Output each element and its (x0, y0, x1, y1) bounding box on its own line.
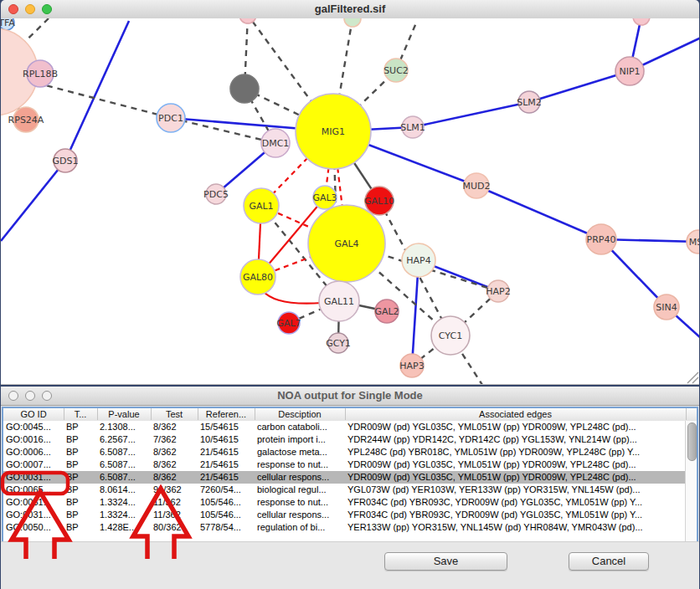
noa-output-window: NOA output for Single Mode GO IDT...P-va… (1, 387, 699, 589)
graph-node-label: MIG1 (322, 126, 345, 137)
graph-edge[interactable] (476, 186, 601, 239)
column-header-associatededges[interactable]: Associated edges (345, 408, 687, 420)
column-header-test[interactable]: Test (151, 408, 198, 420)
results-table: GO IDT...P-valueTestReferen...Desciption… (2, 407, 698, 544)
graph-node-label: GCY1 (326, 338, 351, 349)
table-cell: 21/54615 (198, 471, 255, 484)
table-cell: 11/362 (151, 509, 198, 521)
table-cell: 7/362 (151, 433, 198, 446)
graph-node-label: HAP3 (399, 361, 424, 371)
graph-node-label: GAL2 (374, 306, 399, 317)
graph-node-toppink2[interactable] (633, 18, 650, 25)
table-header-row: GO IDT...P-valueTestReferen...Desciption… (3, 408, 697, 422)
table-cell: 6.2567... (97, 433, 151, 446)
graph-node-label: PDC5 (203, 189, 229, 200)
table-cell: 8/362 (151, 471, 198, 484)
column-header-referen[interactable]: Referen... (198, 408, 255, 420)
table-body: GO:0045...BP2.1308...8/36215/54615carbon… (3, 421, 686, 542)
graph-node-label: CYC1 (439, 330, 462, 341)
table-cell: protein import i... (255, 433, 345, 446)
table-cell: 5778/54... (198, 521, 255, 534)
graph-node-label: NIP1 (619, 66, 640, 77)
network-window: galFiltered.sif TFARPL18BRPS24AGDS1PDC1D… (1, 0, 699, 385)
table-cell: YDR009W (pd) YGL035C, YML051W (pp) YDR00… (345, 471, 686, 484)
table-cell: GO:0007... (3, 458, 64, 471)
graph-node-label: GAL11 (324, 296, 354, 307)
table-cell: GO:0016... (3, 433, 64, 446)
table-row-6[interactable]: GO:0065...BP8.0614...94/3627260/54...bio… (3, 484, 686, 496)
graph-edge[interactable] (65, 21, 129, 161)
graph-node-label: MSL (689, 237, 699, 248)
table-row-9[interactable]: GO:0050...BP1.428E...80/3625778/54...reg… (3, 521, 686, 534)
graph-edge[interactable] (1, 161, 65, 241)
table-cell: BP (64, 521, 97, 534)
vertical-scrollbar[interactable] (685, 421, 697, 542)
cancel-button[interactable]: Cancel (569, 552, 649, 571)
network-graph[interactable]: TFARPL18BRPS24AGDS1PDC1DMC1MIG1SUC2SLM1S… (1, 18, 699, 384)
graph-node-label: SLM1 (400, 122, 425, 133)
table-cell: YGL073W (pd) YER103W, YER133W (pp) YOR31… (345, 484, 686, 496)
graph-node-label: HAP4 (406, 255, 430, 266)
table-cell: BP (64, 484, 97, 496)
table-cell: 8/362 (151, 446, 198, 458)
table-row-4[interactable]: GO:0007...BP6.5087...8/36221/54615respon… (3, 458, 686, 471)
save-button[interactable]: Save (384, 552, 507, 571)
table-row-8[interactable]: GO:0031...BP1.3324...11/362105/546...cel… (3, 509, 686, 521)
table-cell: GO:0045... (3, 421, 64, 433)
graph-node-topgreen[interactable] (344, 18, 361, 27)
table-cell: 6.5087... (97, 446, 151, 458)
graph-node-label: SLM2 (517, 97, 542, 108)
graph-edge[interactable] (413, 102, 529, 127)
table-cell: 8/362 (151, 421, 198, 433)
table-cell: 2.1308... (97, 421, 151, 433)
table-cell: response to nut... (255, 496, 345, 509)
table-cell: carbon cataboli... (255, 421, 345, 433)
graph-node-label: TFA (1, 18, 15, 28)
table-cell: galactose meta... (255, 446, 345, 458)
table-row-1[interactable]: GO:0045...BP2.1308...8/36215/54615carbon… (3, 421, 686, 433)
table-cell: response to nut... (255, 458, 345, 471)
column-header-desciption[interactable]: Desciption (255, 408, 346, 420)
button-bar: Save Cancel (1, 541, 699, 589)
table-cell: YFR034C (pd) YBR093C, YDR009W (pd) YGL03… (345, 509, 686, 521)
table-cell: GO:0031... (3, 471, 64, 484)
network-canvas[interactable]: TFARPL18BRPS24AGDS1PDC1DMC1MIG1SUC2SLM1S… (1, 18, 699, 385)
graph-node-label: GAL80 (243, 272, 273, 283)
table-cell: 8/362 (151, 458, 198, 471)
table-cell: YFR034C (pd) YBR093C, YDR009W (pd) YGL03… (345, 496, 686, 509)
scrollbar-thumb[interactable] (687, 423, 697, 461)
table-cell: cellular respons... (255, 509, 345, 521)
graph-node-label: SUC2 (383, 65, 409, 76)
column-header-t[interactable]: T... (64, 408, 98, 420)
table-cell: 15/54615 (198, 421, 255, 433)
network-window-titlebar[interactable]: galFiltered.sif (1, 0, 699, 19)
table-cell: 1.428E... (97, 521, 151, 534)
table-cell: YDR009W (pd) YGL035C, YML051W (pp) YDR00… (345, 421, 686, 433)
graph-node-label: GAL3 (312, 192, 337, 203)
table-cell: YER133W (pp) YOR315W, YNL145W (pd) YHR08… (345, 521, 686, 534)
table-row-7[interactable]: GO:0031...BP1.3324...11/362105/546...res… (3, 496, 686, 509)
column-header-goid[interactable]: GO ID (3, 408, 64, 420)
table-row-3[interactable]: GO:0006...BP6.5087...8/36221/54615galact… (3, 446, 686, 458)
graph-node-label: GAL10 (364, 196, 394, 207)
table-row-5[interactable]: GO:0031...BP6.5087...8/36221/54615cellul… (3, 471, 686, 484)
graph-node-label: PDC1 (158, 113, 183, 124)
graph-edge[interactable] (529, 71, 630, 102)
table-cell: GO:0031... (3, 509, 64, 521)
graph-node-label: GAL7 (276, 318, 301, 329)
graph-node-label: DMC1 (262, 138, 290, 149)
table-cell: regulation of bi... (255, 521, 345, 534)
column-header-pvalue[interactable]: P-value (97, 408, 152, 420)
table-cell: 1.3324... (97, 496, 151, 509)
table-cell: YDR244W (pp) YDR142C, YDR142C (pp) YGL15… (345, 433, 686, 446)
graph-node-label: GAL4 (334, 238, 358, 249)
table-cell: 105/546... (198, 496, 255, 509)
graph-node-label: SIN4 (656, 302, 677, 313)
table-cell: BP (64, 421, 97, 433)
graph-node-label: HAP2 (486, 286, 510, 297)
table-cell: 80/362 (151, 521, 198, 534)
table-row-2[interactable]: GO:0016...BP6.2567...7/36210/54615protei… (3, 433, 686, 446)
graph-node-dark[interactable] (230, 74, 259, 103)
noa-window-titlebar[interactable]: NOA output for Single Mode (1, 387, 699, 406)
table-cell: BP (64, 471, 97, 484)
